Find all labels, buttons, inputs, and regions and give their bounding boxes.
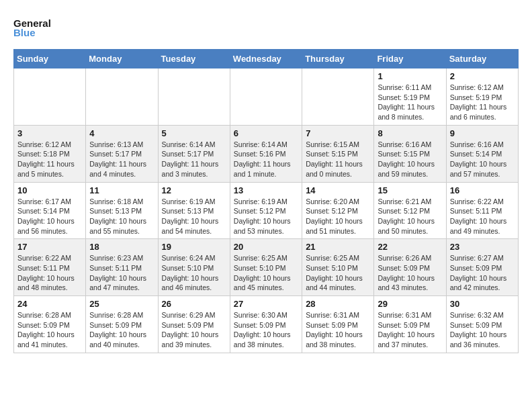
day-info: Sunrise: 6:11 AM Sunset: 5:19 PM Dayligh… bbox=[378, 83, 442, 122]
day-number: 21 bbox=[306, 242, 370, 252]
column-header-friday: Friday bbox=[374, 50, 446, 68]
day-number: 2 bbox=[450, 71, 515, 81]
calendar-cell: 21Sunrise: 6:25 AM Sunset: 5:10 PM Dayli… bbox=[302, 239, 374, 296]
logo: General Blue General Blue bbox=[13, 16, 51, 38]
calendar-cell: 30Sunrise: 6:32 AM Sunset: 5:09 PM Dayli… bbox=[446, 296, 518, 353]
day-info: Sunrise: 6:15 AM Sunset: 5:15 PM Dayligh… bbox=[306, 140, 370, 179]
day-number: 23 bbox=[450, 242, 515, 252]
calendar-cell bbox=[14, 68, 86, 126]
day-number: 16 bbox=[450, 185, 515, 195]
day-info: Sunrise: 6:20 AM Sunset: 5:12 PM Dayligh… bbox=[306, 197, 370, 236]
day-info: Sunrise: 6:27 AM Sunset: 5:09 PM Dayligh… bbox=[450, 253, 515, 293]
day-number: 5 bbox=[162, 128, 226, 138]
calendar-cell: 13Sunrise: 6:19 AM Sunset: 5:12 PM Dayli… bbox=[230, 182, 302, 239]
day-number: 10 bbox=[17, 185, 82, 195]
day-number: 27 bbox=[234, 299, 298, 309]
calendar-cell: 11Sunrise: 6:18 AM Sunset: 5:13 PM Dayli… bbox=[86, 182, 158, 239]
calendar-cell: 17Sunrise: 6:22 AM Sunset: 5:11 PM Dayli… bbox=[14, 239, 86, 296]
day-number: 1 bbox=[378, 71, 442, 81]
day-number: 18 bbox=[89, 242, 154, 252]
day-number: 6 bbox=[234, 128, 298, 138]
day-number: 25 bbox=[89, 299, 154, 309]
logo-blue: Blue bbox=[13, 27, 51, 38]
day-info: Sunrise: 6:25 AM Sunset: 5:10 PM Dayligh… bbox=[306, 253, 370, 293]
column-header-thursday: Thursday bbox=[302, 50, 374, 68]
calendar-cell: 8Sunrise: 6:16 AM Sunset: 5:15 PM Daylig… bbox=[374, 125, 446, 182]
calendar-cell: 27Sunrise: 6:30 AM Sunset: 5:09 PM Dayli… bbox=[230, 296, 302, 353]
day-number: 13 bbox=[234, 185, 298, 195]
column-header-saturday: Saturday bbox=[446, 50, 518, 68]
day-info: Sunrise: 6:12 AM Sunset: 5:19 PM Dayligh… bbox=[450, 83, 515, 122]
calendar-cell: 25Sunrise: 6:28 AM Sunset: 5:09 PM Dayli… bbox=[86, 296, 158, 353]
calendar-cell bbox=[86, 68, 158, 126]
day-info: Sunrise: 6:28 AM Sunset: 5:09 PM Dayligh… bbox=[17, 310, 82, 350]
day-info: Sunrise: 6:16 AM Sunset: 5:14 PM Dayligh… bbox=[450, 140, 515, 179]
day-info: Sunrise: 6:30 AM Sunset: 5:09 PM Dayligh… bbox=[234, 310, 298, 350]
calendar-cell: 23Sunrise: 6:27 AM Sunset: 5:09 PM Dayli… bbox=[446, 239, 518, 296]
calendar-cell: 18Sunrise: 6:23 AM Sunset: 5:11 PM Dayli… bbox=[86, 239, 158, 296]
day-info: Sunrise: 6:26 AM Sunset: 5:09 PM Dayligh… bbox=[378, 253, 442, 293]
day-number: 29 bbox=[378, 299, 442, 309]
day-number: 17 bbox=[17, 242, 82, 252]
calendar-cell: 5Sunrise: 6:14 AM Sunset: 5:17 PM Daylig… bbox=[158, 125, 230, 182]
day-number: 20 bbox=[234, 242, 298, 252]
day-info: Sunrise: 6:19 AM Sunset: 5:12 PM Dayligh… bbox=[234, 197, 298, 236]
calendar-week-row: 3Sunrise: 6:12 AM Sunset: 5:18 PM Daylig… bbox=[14, 125, 519, 182]
calendar-cell: 9Sunrise: 6:16 AM Sunset: 5:14 PM Daylig… bbox=[446, 125, 518, 182]
day-info: Sunrise: 6:22 AM Sunset: 5:11 PM Dayligh… bbox=[450, 197, 515, 236]
column-header-sunday: Sunday bbox=[14, 50, 86, 68]
day-number: 24 bbox=[17, 299, 82, 309]
day-info: Sunrise: 6:13 AM Sunset: 5:17 PM Dayligh… bbox=[89, 140, 154, 179]
calendar-cell: 22Sunrise: 6:26 AM Sunset: 5:09 PM Dayli… bbox=[374, 239, 446, 296]
calendar-week-row: 24Sunrise: 6:28 AM Sunset: 5:09 PM Dayli… bbox=[14, 296, 519, 353]
day-info: Sunrise: 6:31 AM Sunset: 5:09 PM Dayligh… bbox=[306, 310, 370, 350]
day-number: 14 bbox=[306, 185, 370, 195]
calendar-cell bbox=[230, 68, 302, 126]
calendar-week-row: 1Sunrise: 6:11 AM Sunset: 5:19 PM Daylig… bbox=[14, 68, 519, 126]
day-info: Sunrise: 6:17 AM Sunset: 5:14 PM Dayligh… bbox=[17, 197, 82, 236]
day-number: 15 bbox=[378, 185, 442, 195]
calendar-cell: 15Sunrise: 6:21 AM Sunset: 5:12 PM Dayli… bbox=[374, 182, 446, 239]
day-info: Sunrise: 6:14 AM Sunset: 5:17 PM Dayligh… bbox=[162, 140, 226, 179]
day-number: 26 bbox=[162, 299, 226, 309]
day-number: 12 bbox=[162, 185, 226, 195]
calendar-cell: 4Sunrise: 6:13 AM Sunset: 5:17 PM Daylig… bbox=[86, 125, 158, 182]
calendar-cell: 20Sunrise: 6:25 AM Sunset: 5:10 PM Dayli… bbox=[230, 239, 302, 296]
calendar-week-row: 10Sunrise: 6:17 AM Sunset: 5:14 PM Dayli… bbox=[14, 182, 519, 239]
day-number: 9 bbox=[450, 128, 515, 138]
day-number: 4 bbox=[89, 128, 154, 138]
day-number: 28 bbox=[306, 299, 370, 309]
day-info: Sunrise: 6:21 AM Sunset: 5:12 PM Dayligh… bbox=[378, 197, 442, 236]
page-header: General Blue General Blue bbox=[13, 13, 519, 38]
calendar-cell: 26Sunrise: 6:29 AM Sunset: 5:09 PM Dayli… bbox=[158, 296, 230, 353]
day-info: Sunrise: 6:19 AM Sunset: 5:13 PM Dayligh… bbox=[162, 197, 226, 236]
column-header-tuesday: Tuesday bbox=[158, 50, 230, 68]
calendar-cell: 19Sunrise: 6:24 AM Sunset: 5:10 PM Dayli… bbox=[158, 239, 230, 296]
day-info: Sunrise: 6:25 AM Sunset: 5:10 PM Dayligh… bbox=[234, 253, 298, 293]
calendar-cell: 28Sunrise: 6:31 AM Sunset: 5:09 PM Dayli… bbox=[302, 296, 374, 353]
column-header-wednesday: Wednesday bbox=[230, 50, 302, 68]
day-info: Sunrise: 6:28 AM Sunset: 5:09 PM Dayligh… bbox=[89, 310, 154, 350]
calendar-week-row: 17Sunrise: 6:22 AM Sunset: 5:11 PM Dayli… bbox=[14, 239, 519, 296]
day-number: 3 bbox=[17, 128, 82, 138]
calendar-cell: 2Sunrise: 6:12 AM Sunset: 5:19 PM Daylig… bbox=[446, 68, 518, 126]
day-number: 11 bbox=[89, 185, 154, 195]
calendar-cell: 7Sunrise: 6:15 AM Sunset: 5:15 PM Daylig… bbox=[302, 125, 374, 182]
day-number: 8 bbox=[378, 128, 442, 138]
calendar-cell: 14Sunrise: 6:20 AM Sunset: 5:12 PM Dayli… bbox=[302, 182, 374, 239]
calendar-cell: 10Sunrise: 6:17 AM Sunset: 5:14 PM Dayli… bbox=[14, 182, 86, 239]
column-header-monday: Monday bbox=[86, 50, 158, 68]
calendar-cell: 16Sunrise: 6:22 AM Sunset: 5:11 PM Dayli… bbox=[446, 182, 518, 239]
day-info: Sunrise: 6:16 AM Sunset: 5:15 PM Dayligh… bbox=[378, 140, 442, 179]
day-number: 7 bbox=[306, 128, 370, 138]
calendar-cell: 1Sunrise: 6:11 AM Sunset: 5:19 PM Daylig… bbox=[374, 68, 446, 126]
calendar-cell bbox=[158, 68, 230, 126]
day-info: Sunrise: 6:22 AM Sunset: 5:11 PM Dayligh… bbox=[17, 253, 82, 293]
calendar-cell: 3Sunrise: 6:12 AM Sunset: 5:18 PM Daylig… bbox=[14, 125, 86, 182]
day-info: Sunrise: 6:23 AM Sunset: 5:11 PM Dayligh… bbox=[89, 253, 154, 293]
calendar-cell: 12Sunrise: 6:19 AM Sunset: 5:13 PM Dayli… bbox=[158, 182, 230, 239]
day-info: Sunrise: 6:31 AM Sunset: 5:09 PM Dayligh… bbox=[378, 310, 442, 350]
day-info: Sunrise: 6:12 AM Sunset: 5:18 PM Dayligh… bbox=[17, 140, 82, 179]
day-number: 30 bbox=[450, 299, 515, 309]
calendar-table: SundayMondayTuesdayWednesdayThursdayFrid… bbox=[13, 49, 519, 353]
